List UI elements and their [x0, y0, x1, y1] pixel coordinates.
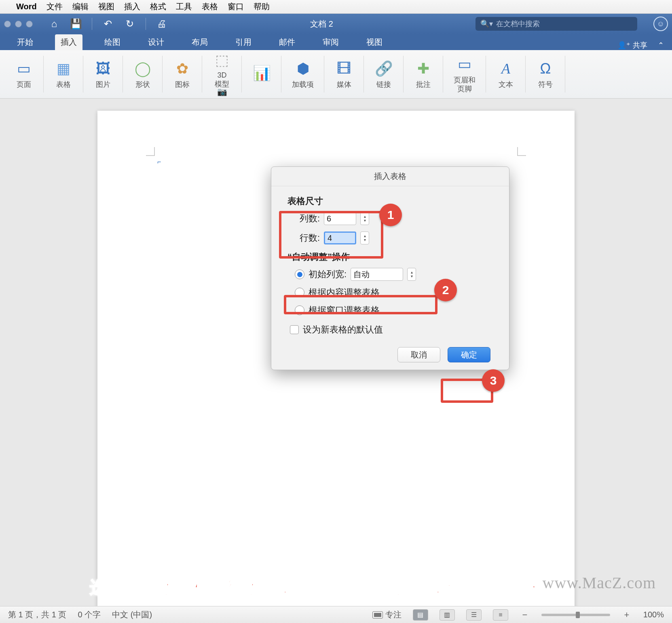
addin-icon: ⬢ [294, 59, 312, 78]
tab-home[interactable]: 开始 [11, 34, 39, 50]
menu-window[interactable]: 窗口 [228, 1, 244, 12]
cancel-button[interactable]: 取消 [397, 347, 440, 362]
radio-fit-window-label: 根据窗口调整表格 [309, 304, 380, 316]
user-avatar-icon[interactable]: ☺ [653, 17, 668, 31]
undo-icon[interactable]: ↶ [102, 18, 114, 30]
radio-fit-window[interactable] [295, 305, 304, 315]
collapse-ribbon-icon[interactable]: ⌃ [658, 41, 664, 50]
save-icon[interactable]: 💾 [70, 18, 82, 30]
tab-layout[interactable]: 布局 [186, 34, 213, 50]
menu-insert[interactable]: 插入 [124, 1, 140, 12]
cols-input[interactable]: 6 [324, 212, 356, 225]
view-web-layout-button[interactable]: ▥ [440, 609, 455, 621]
ribbon-shapes[interactable]: ◯形状 [123, 50, 163, 98]
symbol-icon: Ω [536, 59, 555, 78]
table-icon: ▦ [54, 59, 73, 78]
menu-help[interactable]: 帮助 [254, 1, 270, 12]
section-autofit: “自动调整”操作 [287, 251, 493, 263]
rows-input[interactable]: 4 [324, 232, 356, 244]
ok-button[interactable]: 确定 [448, 347, 490, 362]
tab-references[interactable]: 引用 [230, 34, 257, 50]
tab-view[interactable]: 视图 [361, 34, 388, 50]
status-page[interactable]: 第 1 页，共 1 页 [8, 609, 66, 620]
zoom-slider[interactable] [541, 614, 610, 616]
tab-review[interactable]: 审阅 [317, 34, 344, 50]
print-icon[interactable]: 🖨 [156, 18, 168, 30]
home-icon[interactable]: ⌂ [48, 18, 60, 30]
chart-icon: 📊 [252, 64, 271, 82]
app-name[interactable]: Word [16, 2, 37, 11]
window-controls[interactable] [4, 21, 33, 27]
comment-icon: ✚ [414, 59, 433, 78]
focus-mode-button[interactable]: 专注 [372, 609, 402, 620]
zoom-out-button[interactable]: − [520, 610, 530, 620]
dialog-title: 插入表格 [271, 167, 509, 186]
initial-width-input[interactable]: 自动 [351, 268, 403, 281]
ribbon-icons[interactable]: ✿图标 [163, 50, 202, 98]
focus-icon [372, 611, 383, 619]
tab-design[interactable]: 设计 [142, 34, 170, 50]
ribbon-text[interactable]: A文本 [486, 50, 526, 98]
zoom-level[interactable]: 100% [643, 610, 664, 619]
menu-tools[interactable]: 工具 [176, 1, 192, 12]
ribbon: ▭页面 ▦表格 🖼图片 ◯形状 ✿图标 ⬚3D 模型📷 📊 ⬢加载项 🎞媒体 🔗… [0, 50, 672, 99]
share-icon: 👤⁺ [617, 41, 630, 50]
insert-table-dialog: 插入表格 表格尺寸 列数: 6 ▴▾ 行数: 4 ▴▾ “自动调整”操作 初始列… [271, 166, 509, 370]
annotation-badge-2: 2 [434, 279, 457, 301]
menu-file[interactable]: 文件 [46, 1, 63, 12]
cube-icon: ⬚ [213, 52, 231, 69]
radio-fit-content[interactable] [295, 288, 304, 297]
ribbon-links[interactable]: 🔗链接 [364, 50, 404, 98]
shapes-icon: ◯ [133, 59, 152, 78]
ribbon-chart[interactable]: 📊 [242, 50, 281, 98]
default-checkbox[interactable] [290, 325, 299, 334]
mac-menu-bar: Word 文件 编辑 视图 插入 格式 工具 表格 窗口 帮助 [0, 0, 672, 14]
radio-initial-label: 初始列宽: [309, 268, 347, 280]
cols-label: 列数: [295, 213, 320, 225]
title-bar: ⌂ 💾 ↶ ↻ 🖨 文档 2 🔍▾ 在文档中搜索 ☺ [0, 14, 672, 34]
tab-mailings[interactable]: 邮件 [273, 34, 301, 50]
share-button[interactable]: 👤⁺共享⌃ [617, 40, 664, 50]
search-placeholder: 在文档中搜索 [496, 19, 540, 29]
rows-label: 行数: [295, 232, 320, 244]
initial-width-stepper[interactable]: ▴▾ [407, 268, 416, 281]
view-outline-button[interactable]: ☰ [466, 609, 482, 621]
ribbon-media[interactable]: 🎞媒体 [324, 50, 364, 98]
status-language[interactable]: 中文 (中国) [112, 609, 152, 620]
menu-table[interactable]: 表格 [202, 1, 218, 12]
ribbon-pages[interactable]: ▭页面 [4, 50, 44, 98]
watermark: www.MacZ.com [543, 573, 656, 592]
zoom-in-button[interactable]: + [621, 610, 632, 620]
radio-initial-width[interactable] [295, 269, 304, 279]
redo-icon[interactable]: ↻ [124, 18, 136, 30]
ribbon-addins[interactable]: ⬢加载项 [281, 50, 324, 98]
menu-format[interactable]: 格式 [150, 1, 166, 12]
text-cursor: ⌐ [157, 158, 161, 166]
ribbon-3dmodel[interactable]: ⬚3D 模型📷 [202, 50, 242, 98]
picture-icon: 🖼 [94, 59, 112, 78]
margin-marker [517, 147, 526, 156]
menu-view[interactable]: 视图 [98, 1, 114, 12]
ribbon-table[interactable]: ▦表格 [44, 50, 83, 98]
cols-stepper[interactable]: ▴▾ [360, 212, 369, 225]
radio-fit-content-label: 根据内容调整表格 [309, 286, 380, 299]
ribbon-headerfooter[interactable]: ▭页眉和 页脚 [443, 50, 486, 98]
view-print-layout-button[interactable]: ▤ [413, 609, 428, 621]
view-draft-button[interactable]: ≡ [493, 609, 508, 621]
tab-draw[interactable]: 绘图 [99, 34, 126, 50]
rows-stepper[interactable]: ▴▾ [360, 232, 369, 244]
icon-icon: ✿ [173, 59, 192, 78]
status-word-count[interactable]: 0 个字 [78, 609, 101, 620]
ribbon-picture[interactable]: 🖼图片 [83, 50, 123, 98]
tab-insert[interactable]: 插入 [55, 34, 82, 50]
headerfooter-icon: ▭ [455, 55, 474, 74]
menu-edit[interactable]: 编辑 [72, 1, 89, 12]
camera-icon: 📷 [217, 87, 227, 97]
annotation-badge-1: 1 [379, 204, 402, 226]
ribbon-symbols[interactable]: Ω符号 [526, 50, 565, 98]
search-input[interactable]: 🔍▾ 在文档中搜索 [475, 17, 637, 31]
default-checkbox-label: 设为新表格的默认值 [303, 324, 383, 336]
text-icon: A [497, 59, 515, 78]
annotation-badge-3: 3 [482, 369, 505, 392]
ribbon-comment[interactable]: ✚批注 [404, 50, 443, 98]
